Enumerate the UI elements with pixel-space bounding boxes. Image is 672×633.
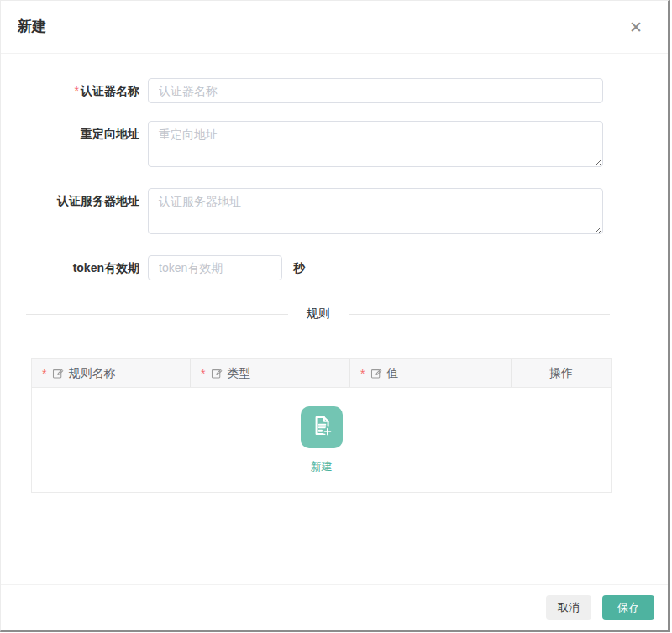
col-header-value: * 值: [350, 359, 512, 387]
add-rule-button[interactable]: [301, 406, 343, 448]
rules-table: * 规则名称 *: [31, 358, 612, 493]
close-icon[interactable]: ✕: [627, 19, 644, 36]
edit-icon: [370, 368, 382, 379]
cancel-button[interactable]: 取消: [546, 595, 591, 620]
form-row-token-ttl: token有效期 秒: [1, 255, 668, 280]
col-header-type: * 类型: [191, 359, 350, 387]
rules-table-header: * 规则名称 *: [32, 359, 611, 388]
auth-server-url-label: 认证服务器地址: [1, 188, 148, 238]
redirect-url-textarea[interactable]: [148, 121, 603, 167]
rules-divider: 规则: [26, 306, 610, 322]
token-ttl-label: token有效期: [1, 255, 148, 280]
divider-line-left: [26, 314, 288, 315]
auth-name-input[interactable]: [148, 78, 603, 103]
create-dialog: 新建 ✕ *认证器名称 重定向地址 认证服务器地址 token有效期: [0, 0, 670, 632]
form-row-auth-name: *认证器名称: [1, 78, 668, 103]
edit-icon: [52, 368, 64, 379]
dialog-title: 新建: [18, 18, 651, 36]
edit-icon: [211, 368, 223, 379]
dialog-footer: 取消 保存: [1, 584, 668, 630]
redirect-url-label: 重定向地址: [1, 121, 148, 170]
auth-server-url-textarea[interactable]: [148, 188, 603, 234]
form-row-auth-server-url: 认证服务器地址: [1, 188, 668, 238]
rules-table-empty-state: 新建: [32, 388, 611, 492]
required-star: *: [201, 367, 205, 380]
add-rule-link[interactable]: 新建: [311, 459, 333, 474]
divider-line-right: [349, 314, 611, 315]
form-row-redirect-url: 重定向地址: [1, 121, 668, 170]
save-button[interactable]: 保存: [602, 595, 654, 620]
required-star: *: [360, 367, 365, 380]
required-star: *: [42, 367, 46, 380]
dialog-header: 新建 ✕: [1, 1, 668, 54]
token-ttl-unit: 秒: [293, 255, 305, 280]
col-header-actions: 操作: [512, 359, 611, 387]
required-star: *: [75, 84, 79, 97]
document-add-icon: [310, 414, 333, 441]
dialog-body: *认证器名称 重定向地址 认证服务器地址 token有效期 秒: [1, 54, 668, 493]
token-ttl-input[interactable]: [148, 255, 282, 280]
col-header-rule-name: * 规则名称: [32, 359, 191, 387]
auth-name-label: *认证器名称: [1, 78, 148, 103]
rules-divider-label: 规则: [288, 306, 349, 322]
